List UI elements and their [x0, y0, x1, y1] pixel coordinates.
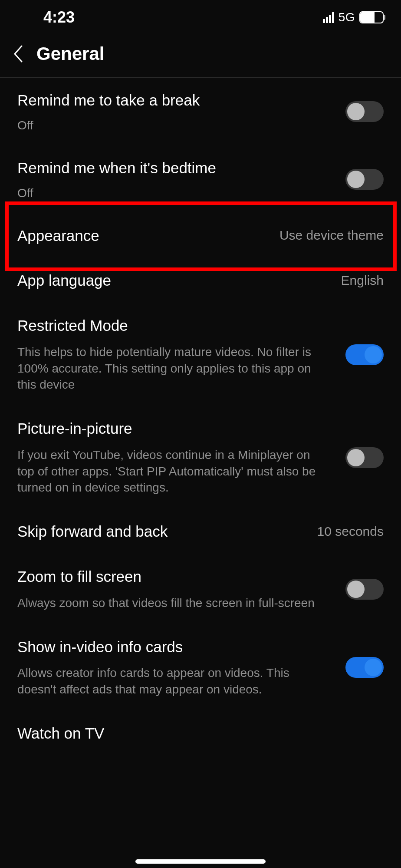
row-value: 10 seconds — [317, 524, 384, 539]
row-title: Picture-in-picture — [17, 419, 337, 438]
row-watch-on-tv[interactable]: Watch on TV — [0, 711, 401, 747]
row-remind-take-break[interactable]: Remind me to take a break Off — [0, 78, 401, 145]
row-title: Watch on TV — [17, 724, 384, 743]
row-app-language[interactable]: App language English — [0, 258, 401, 303]
row-description: Always zoom so that videos fill the scre… — [17, 595, 321, 611]
status-bar: 4:23 5G 63 — [0, 0, 401, 35]
toggle-bedtime[interactable] — [345, 169, 384, 190]
row-value: English — [341, 273, 384, 288]
toggle-pip[interactable] — [345, 447, 384, 468]
row-remind-bedtime[interactable]: Remind me when it's bedtime Off — [0, 145, 401, 213]
battery-percent: 63 — [360, 13, 383, 22]
page-header: General — [0, 35, 401, 78]
row-title: Show in-video info cards — [17, 637, 337, 657]
row-title: Remind me when it's bedtime — [17, 158, 337, 178]
row-description: If you exit YouTube, videos continue in … — [17, 447, 321, 496]
toggle-zoom-fill[interactable] — [345, 579, 384, 600]
page-title: General — [36, 43, 104, 64]
toggle-take-break[interactable] — [345, 101, 384, 122]
row-subtitle: Off — [17, 119, 337, 132]
battery-icon: 63 — [359, 11, 384, 23]
row-appearance[interactable]: Appearance Use device theme — [0, 213, 401, 258]
row-value: Use device theme — [279, 228, 384, 243]
toggle-info-cards[interactable] — [345, 657, 384, 678]
row-picture-in-picture[interactable]: Picture-in-picture If you exit YouTube, … — [0, 406, 401, 509]
row-description: Allows creator info cards to appear on v… — [17, 665, 321, 698]
row-description: This helps to hide potentially mature vi… — [17, 344, 321, 393]
back-icon[interactable] — [13, 45, 23, 63]
status-right: 5G 63 — [323, 10, 384, 24]
row-title: Zoom to fill screen — [17, 567, 337, 586]
status-time: 4:23 — [17, 8, 75, 26]
row-subtitle: Off — [17, 186, 337, 200]
network-type: 5G — [339, 10, 355, 24]
row-zoom-fill-screen[interactable]: Zoom to fill screen Always zoom so that … — [0, 554, 401, 624]
row-title: Remind me to take a break — [17, 91, 337, 110]
cellular-signal-icon — [323, 12, 334, 23]
row-info-cards[interactable]: Show in-video info cards Allows creator … — [0, 624, 401, 711]
home-indicator[interactable] — [135, 859, 266, 864]
toggle-restricted-mode[interactable] — [345, 344, 384, 365]
row-title: App language — [17, 271, 332, 290]
row-title: Restricted Mode — [17, 316, 337, 335]
settings-list: Remind me to take a break Off Remind me … — [0, 78, 401, 747]
row-title: Skip forward and back — [17, 522, 309, 541]
row-restricted-mode[interactable]: Restricted Mode This helps to hide poten… — [0, 303, 401, 406]
row-title: Appearance — [17, 226, 271, 245]
row-skip-forward-back[interactable]: Skip forward and back 10 seconds — [0, 509, 401, 554]
